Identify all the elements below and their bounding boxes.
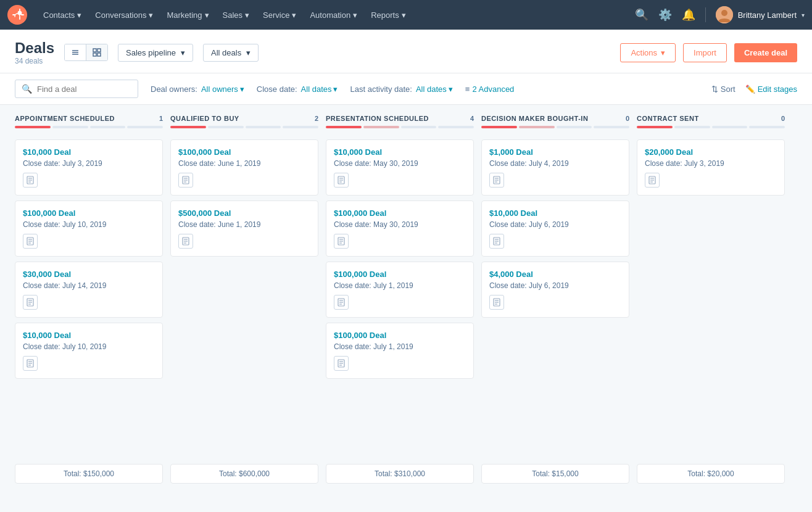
deal-attachment-icon[interactable] — [178, 234, 193, 249]
col-bar — [401, 126, 437, 128]
deal-close-date: Close date: July 10, 2019 — [23, 342, 155, 351]
deal-name[interactable]: $500,000 Deal — [178, 209, 310, 218]
col-bars — [481, 126, 629, 128]
create-deal-button[interactable]: Create deal — [734, 43, 797, 62]
list-view-button[interactable] — [65, 44, 86, 60]
settings-icon[interactable]: ⚙️ — [658, 8, 672, 22]
advanced-filter-link[interactable]: 2 Advanced — [472, 85, 514, 94]
deals-filter-dropdown[interactable]: All deals ▾ — [203, 44, 259, 62]
col-bar — [52, 126, 88, 128]
import-button[interactable]: Import — [683, 43, 727, 62]
deal-name[interactable]: $20,000 Deal — [645, 147, 777, 157]
col-bar — [170, 126, 206, 128]
notifications-icon[interactable]: 🔔 — [682, 8, 695, 22]
deal-card[interactable]: $100,000 DealClose date: July 1, 2019 — [326, 323, 474, 379]
activity-date-dropdown[interactable]: All dates ▾ — [416, 85, 453, 94]
nav-contacts[interactable]: Contacts ▾ — [37, 7, 88, 23]
search-input[interactable] — [37, 85, 131, 94]
col-bar — [749, 126, 785, 128]
deal-name[interactable]: $100,000 Deal — [334, 209, 466, 218]
deal-card[interactable]: $100,000 DealClose date: May 30, 2019 — [326, 200, 474, 257]
svg-rect-8 — [97, 49, 101, 52]
deal-name[interactable]: $100,000 Deal — [334, 331, 466, 340]
view-toggles — [64, 44, 108, 61]
deal-card[interactable]: $10,000 DealClose date: July 6, 2019 — [481, 200, 629, 257]
deal-attachment-icon[interactable] — [23, 356, 38, 371]
edit-stages-button[interactable]: ✏️ Edit stages — [745, 85, 797, 94]
col-title: CONTRACT SENT — [637, 115, 699, 122]
deal-close-date: Close date: July 3, 2019 — [645, 159, 777, 168]
deal-card[interactable]: $10,000 DealClose date: May 30, 2019 — [326, 139, 474, 196]
deal-card[interactable]: $30,000 DealClose date: July 14, 2019 — [15, 262, 163, 318]
deal-name[interactable]: $10,000 Deal — [23, 331, 155, 340]
nav-service[interactable]: Service ▾ — [257, 7, 302, 23]
sort-button[interactable]: ⇅ Sort — [711, 85, 735, 94]
avatar — [716, 6, 733, 23]
col-bar — [15, 126, 51, 128]
title-block: Deals 34 deals — [15, 39, 54, 65]
deal-attachment-icon[interactable] — [23, 295, 38, 310]
close-date-dropdown[interactable]: All dates ▾ — [301, 85, 338, 94]
nav-automation[interactable]: Automation ▾ — [304, 7, 363, 23]
deal-name[interactable]: $100,000 Deal — [178, 147, 310, 157]
deal-attachment-icon[interactable] — [489, 234, 504, 249]
deal-name[interactable]: $10,000 Deal — [489, 209, 621, 218]
nav-sales[interactable]: Sales ▾ — [217, 7, 256, 23]
deal-name[interactable]: $10,000 Deal — [23, 147, 155, 157]
nav-conversations[interactable]: Conversations ▾ — [89, 7, 159, 23]
deal-attachment-icon[interactable] — [23, 173, 38, 188]
deal-card[interactable]: $500,000 DealClose date: June 1, 2019 — [170, 200, 318, 257]
col-bar — [674, 126, 710, 128]
deal-owners-filter: Deal owners: All owners ▾ — [151, 85, 244, 94]
deal-attachment-icon[interactable] — [334, 295, 349, 310]
nav-reports[interactable]: Reports ▾ — [365, 7, 412, 23]
deal-name[interactable]: $1,000 Deal — [489, 147, 621, 157]
kanban-col-presentation-scheduled: PRESENTATION SCHEDULED4$10,000 DealClose… — [326, 115, 474, 484]
col-bar — [283, 126, 318, 128]
deal-card[interactable]: $10,000 DealClose date: July 10, 2019 — [15, 323, 163, 379]
col-bar — [326, 126, 362, 128]
deal-card[interactable]: $4,000 DealClose date: July 6, 2019 — [481, 262, 629, 318]
deal-attachment-icon[interactable] — [334, 234, 349, 249]
deal-name[interactable]: $100,000 Deal — [23, 209, 155, 218]
deal-attachment-icon[interactable] — [489, 295, 504, 310]
deal-close-date: Close date: May 30, 2019 — [334, 220, 466, 229]
deal-card[interactable]: $20,000 DealClose date: July 3, 2019 — [637, 139, 785, 196]
deal-attachment-icon[interactable] — [334, 173, 349, 188]
hubspot-logo[interactable] — [7, 5, 27, 25]
user-menu[interactable]: Brittany Lambert ▾ — [716, 6, 805, 23]
deal-owners-dropdown[interactable]: All owners ▾ — [201, 85, 244, 94]
deal-close-date: Close date: July 1, 2019 — [334, 281, 466, 290]
col-bar — [438, 126, 474, 128]
search-icon[interactable]: 🔍 — [635, 8, 648, 22]
pipeline-dropdown[interactable]: Sales pipeline ▾ — [118, 44, 193, 62]
deal-attachment-icon[interactable] — [178, 173, 193, 188]
deal-attachment-icon[interactable] — [23, 234, 38, 249]
deal-card[interactable]: $1,000 DealClose date: July 4, 2019 — [481, 139, 629, 196]
deal-close-date: Close date: June 1, 2019 — [178, 220, 310, 229]
deal-card[interactable]: $100,000 DealClose date: June 1, 2019 — [170, 139, 318, 196]
actions-button[interactable]: Actions ▾ — [620, 43, 676, 62]
advanced-filter: ≡ 2 Advanced — [465, 85, 515, 94]
deal-card[interactable]: $100,000 DealClose date: July 10, 2019 — [15, 200, 163, 257]
deal-card[interactable]: $100,000 DealClose date: July 1, 2019 — [326, 262, 474, 318]
col-header-appointment-scheduled: APPOINTMENT SCHEDULED1 — [15, 115, 163, 134]
deal-attachment-icon[interactable] — [334, 356, 349, 371]
col-bar — [594, 126, 629, 128]
cards-area: $10,000 DealClose date: May 30, 2019 $10… — [326, 139, 474, 464]
col-count: 2 — [315, 115, 318, 122]
deal-attachment-icon[interactable] — [489, 173, 504, 188]
col-bar — [557, 126, 592, 128]
col-bar — [519, 126, 555, 128]
nav-marketing[interactable]: Marketing ▾ — [160, 7, 215, 23]
deal-close-date: Close date: July 3, 2019 — [23, 159, 155, 168]
deal-name[interactable]: $10,000 Deal — [334, 147, 466, 157]
col-count: 4 — [470, 115, 474, 122]
deal-name[interactable]: $4,000 Deal — [489, 270, 621, 279]
deal-card[interactable]: $10,000 DealClose date: July 3, 2019 — [15, 139, 163, 196]
deal-name[interactable]: $30,000 Deal — [23, 270, 155, 279]
deal-name[interactable]: $100,000 Deal — [334, 270, 466, 279]
deal-attachment-icon[interactable] — [645, 173, 660, 188]
board-view-button[interactable] — [86, 44, 107, 60]
search-box[interactable]: 🔍 — [15, 80, 138, 98]
